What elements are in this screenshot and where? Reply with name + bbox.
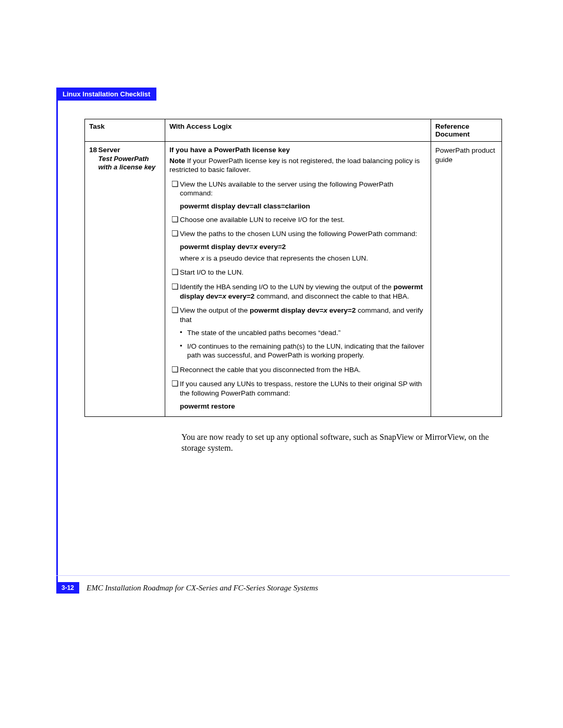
checklist-text: View the paths to the chosen LUN using t… xyxy=(180,229,426,239)
cell-task: Server Test PowerPath with a license key xyxy=(99,142,165,417)
cmd-var: x xyxy=(253,243,258,251)
bullet-item: • The state of the uncabled paths become… xyxy=(180,328,426,338)
bullet-text: The state of the uncabled paths becomes … xyxy=(187,328,426,338)
checklist-item: ❏ If you caused any LUNs to trespass, re… xyxy=(169,379,426,398)
cmd-part: every=2 xyxy=(327,306,356,314)
cmd-var: x xyxy=(222,292,226,300)
cmd-part: every=2 xyxy=(226,292,254,300)
note-line: Note If your PowerPath license key is no… xyxy=(169,157,426,175)
checklist-item: ❏ Start I/O to the LUN. xyxy=(169,268,426,277)
main-heading: If you have a PowerPath license key xyxy=(169,146,426,154)
checklist-item: ❏ Reconnect the cable that you disconnec… xyxy=(169,365,426,375)
checklist-item: ❏ View the LUNs available to the server … xyxy=(169,180,426,198)
where-line: where x is a pseudo device that represen… xyxy=(180,254,426,263)
page: Linux Installation Checklist Task With A… xyxy=(0,0,563,728)
text-part: is a pseudo device that represents the c… xyxy=(204,254,368,262)
cell-tasknum: 18 xyxy=(85,142,99,417)
cmd-part: powermt display dev= xyxy=(250,306,323,314)
checklist-item: ❏ Choose one available LUN to receive I/… xyxy=(169,215,426,225)
checkbox-icon[interactable]: ❏ xyxy=(169,229,180,237)
text-part: where xyxy=(180,254,201,262)
content-area: Task With Access Logix Reference Documen… xyxy=(84,119,501,454)
checkbox-icon[interactable]: ❏ xyxy=(169,282,180,290)
cmd-inline: powermt display dev=x every=2 xyxy=(250,306,356,314)
bullet-text: I/O continues to the remaining path(s) t… xyxy=(187,342,426,360)
task-subtitle-1: Test PowerPath xyxy=(99,155,161,163)
bullet-item: • I/O continues to the remaining path(s)… xyxy=(180,342,426,360)
checklist-text: Choose one available LUN to receive I/O … xyxy=(180,215,426,225)
task-number: 18 xyxy=(85,142,99,158)
checkbox-icon[interactable]: ❏ xyxy=(169,306,180,314)
checkbox-icon[interactable]: ❏ xyxy=(169,180,180,188)
checklist-text: Identify the HBA sending I/O to the LUN … xyxy=(180,282,426,301)
reference-text: PowerPath product guide xyxy=(431,142,501,168)
bullet-icon: • xyxy=(180,342,187,350)
note-label: Note xyxy=(169,157,185,165)
note-text: If your PowerPath license key is not reg… xyxy=(169,157,420,174)
text-part: View the output of the xyxy=(180,306,250,314)
cmd-part: powermt display dev= xyxy=(180,243,253,251)
checklist-text: Reconnect the cable that you disconnecte… xyxy=(180,365,426,375)
header-bar: Linux Installation Checklist xyxy=(56,88,510,101)
checklist-text: Start I/O to the LUN. xyxy=(180,268,426,277)
cell-ref: PowerPath product guide xyxy=(431,142,502,417)
command-text: powermt restore xyxy=(180,402,426,410)
cmd-part: every=2 xyxy=(258,243,286,251)
footer-doc-title: EMC Installation Roadmap for CX-Series a… xyxy=(87,584,318,593)
checkbox-icon[interactable]: ❏ xyxy=(169,379,180,387)
th-task: Task xyxy=(85,119,165,142)
checklist-text: View the output of the powermt display d… xyxy=(180,306,426,324)
footer-rule xyxy=(56,575,510,576)
th-ref: Reference Document xyxy=(431,119,502,142)
checkbox-icon[interactable]: ❏ xyxy=(169,365,180,373)
task-subtitle-2: with a license key xyxy=(99,163,161,171)
command-text: powermt display dev=all class=clariion xyxy=(180,202,426,210)
cell-main: If you have a PowerPath license key Note… xyxy=(165,142,431,417)
command-text: powermt display dev=x every=2 xyxy=(180,243,426,251)
checklist-text: View the LUNs available to the server us… xyxy=(180,180,426,198)
left-blue-rule xyxy=(56,88,58,583)
cmd-var: x xyxy=(324,306,328,314)
checklist-item: ❏ Identify the HBA sending I/O to the LU… xyxy=(169,282,426,301)
closing-paragraph: You are now ready to set up any optional… xyxy=(181,431,494,454)
table-header-row: Task With Access Logix Reference Documen… xyxy=(85,119,502,142)
footer-bar: 3-12 EMC Installation Roadmap for CX-Ser… xyxy=(56,582,318,594)
checklist-table: Task With Access Logix Reference Documen… xyxy=(84,119,502,417)
checklist-text: If you caused any LUNs to trespass, rest… xyxy=(180,379,426,398)
checklist-item: ❏ View the output of the powermt display… xyxy=(169,306,426,324)
page-number-badge: 3-12 xyxy=(56,582,79,594)
checklist-item: ❏ View the paths to the chosen LUN using… xyxy=(169,229,426,239)
bullet-icon: • xyxy=(180,328,187,336)
checkbox-icon[interactable]: ❏ xyxy=(169,268,180,276)
table-row: 18 Server Test PowerPath with a license … xyxy=(85,142,502,417)
th-main: With Access Logix xyxy=(165,119,431,142)
text-part: Identify the HBA sending I/O to the LUN … xyxy=(180,283,394,291)
text-part: command, and disconnect the cable to tha… xyxy=(254,292,409,300)
task-title: Server xyxy=(99,146,161,154)
checkbox-icon[interactable]: ❏ xyxy=(169,215,180,223)
section-tab: Linux Installation Checklist xyxy=(56,88,156,101)
